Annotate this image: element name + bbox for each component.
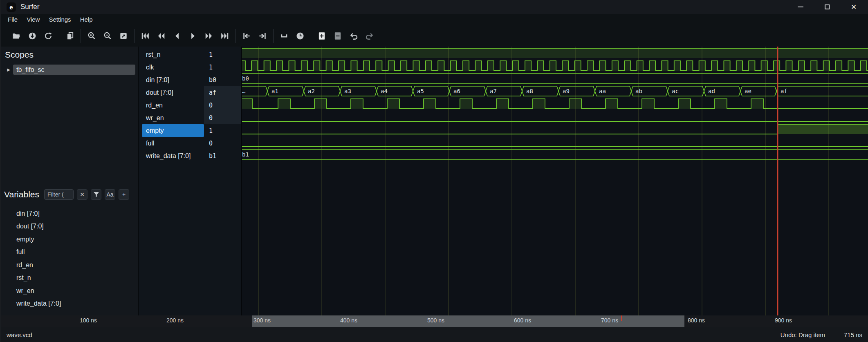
svg-text:a7: a7 [490,88,497,94]
variable-item-din[interactable]: din [7:0] [1,207,138,220]
expand-arrow-icon[interactable]: ▶ [4,67,13,72]
timeline-tick-label: 900 ns [775,317,792,324]
variable-item-write_data[interactable]: write_data [7:0] [1,297,138,311]
svg-text:af: af [781,88,787,94]
signal-value-dout: af [204,86,241,99]
viewport-indicator[interactable] [252,315,684,327]
signal-name-dout[interactable]: dout [7:0] [139,86,204,99]
zoom-in-icon[interactable] [87,31,96,41]
goto-start-icon[interactable] [242,31,251,41]
svg-text:a3: a3 [344,88,351,94]
signal-values-panel: 11b0af0010b1 [204,47,242,315]
waveform-view[interactable]: b0…a1a2a3a4a5a6a7a8a9aaabacadaeafb1 [242,47,868,315]
fast-forward-icon[interactable] [204,31,214,41]
variable-item-rst_n[interactable]: rst_n [1,272,138,285]
scope-label[interactable]: tb_fifo_sc [13,65,135,75]
close-button[interactable]: ✕ [850,3,857,11]
loaded-file-label: wave.vcd [7,331,32,338]
menu-file[interactable]: File [3,15,22,24]
skip-end-icon[interactable] [220,31,230,41]
close-icon: ✕ [851,4,857,11]
svg-text:ac: ac [672,88,679,94]
menu-help[interactable]: Help [76,15,97,24]
timeline-tick-label: 500 ns [427,317,444,324]
variable-item-wr_en[interactable]: wr_en [1,284,138,297]
zoom-fit-icon[interactable] [119,31,128,41]
signal-name-empty[interactable]: empty [142,124,204,137]
scope-item-tb_fifo_sc[interactable]: ▶tb_fifo_sc [4,65,135,75]
variable-item-empty[interactable]: empty [1,233,138,246]
add-variable-button[interactable]: + [119,189,129,200]
add-plus-icon[interactable] [317,31,327,41]
skip-start-icon[interactable] [140,31,150,41]
variable-item-rd_en[interactable]: rd_en [1,259,138,272]
add-timeline-icon[interactable] [295,31,305,41]
fast-backward-icon[interactable] [156,31,166,41]
window-title: Surfer [20,3,39,11]
menu-settings[interactable]: Settings [44,15,75,24]
filter-type-button[interactable] [91,189,101,200]
signal-value-wr_en: 0 [204,112,241,124]
timeline-overview[interactable]: 100 ns200 ns300 ns400 ns500 ns600 ns700 … [1,315,868,327]
signal-value-write_data: b1 [204,150,241,162]
signal-name-rst_n[interactable]: rst_n [139,48,204,61]
minimize-icon [798,7,803,7]
signal-name-rd_en[interactable]: rd_en [139,99,204,112]
open-folder-icon[interactable] [11,31,21,41]
add-divider-icon[interactable] [279,31,289,41]
svg-text:a6: a6 [453,88,460,94]
signal-name-write_data[interactable]: write_data [7:0] [139,150,204,162]
status-bar: wave.vcd Undo: Drag item 715 ns [1,327,868,342]
signal-value-empty: 1 [204,124,241,137]
redo-icon[interactable] [365,31,375,41]
signal-value-din: b0 [204,74,241,86]
menu-view[interactable]: View [22,15,44,24]
reload-icon[interactable] [43,31,53,41]
signal-name-full[interactable]: full [139,137,204,150]
svg-text:ae: ae [745,88,751,94]
signal-name-wr_en[interactable]: wr_en [139,112,204,124]
variables-title: Variables [4,190,39,199]
scopes-panel: Scopes ▶tb_fifo_sc [1,47,138,186]
funnel-icon [93,192,99,198]
toolbar [1,25,868,47]
step-forward-icon[interactable] [188,31,198,41]
sidebar: Scopes ▶tb_fifo_sc Variables Filter ( ✕A… [1,47,139,315]
signal-value-clk: 1 [204,61,241,74]
remove-minus-icon[interactable] [333,31,343,41]
title-bar: e Surfer ✕ [1,0,868,14]
svg-text:b0: b0 [242,75,249,82]
timeline-tick-label: 800 ns [688,317,705,324]
signal-name-din[interactable]: din [7:0] [139,74,204,86]
app-logo-icon: e [7,2,16,12]
download-icon[interactable] [27,31,37,41]
timeline-tick-label: 200 ns [166,317,184,324]
signal-name-clk[interactable]: clk [139,61,204,74]
variable-item-dout[interactable]: dout [7:0] [1,220,138,233]
variables-panel: Variables Filter ( ✕Aa+ din [7:0]dout [7… [1,186,138,315]
clear-filter-button[interactable]: ✕ [77,189,87,200]
menu-bar: FileViewSettingsHelp [1,14,868,25]
waveform-canvas[interactable]: b0…a1a2a3a4a5a6a7a8a9aaabacadaeafb1 [242,47,868,315]
maximize-button[interactable] [823,3,831,11]
svg-text:a2: a2 [308,88,315,94]
timeline-tick-label: 400 ns [340,317,357,324]
undo-status-label: Undo: Drag item [781,331,825,338]
minimize-button[interactable] [797,3,804,11]
copy-icon[interactable] [65,31,75,41]
undo-icon[interactable] [349,31,359,41]
zoom-out-icon[interactable] [103,31,112,41]
svg-text:a1: a1 [271,88,278,94]
step-backward-icon[interactable] [172,31,182,41]
variable-item-full[interactable]: full [1,246,138,259]
variable-filter-input[interactable]: Filter ( [44,189,74,200]
svg-text:ab: ab [635,88,642,94]
scopes-title: Scopes [1,47,138,64]
goto-end-icon[interactable] [258,31,267,41]
signal-value-full: 0 [204,137,241,150]
svg-text:a8: a8 [526,88,533,94]
svg-text:a9: a9 [563,88,570,94]
svg-text:ad: ad [708,88,715,94]
signal-value-rst_n: 1 [204,48,241,61]
case-sensitive-button[interactable]: Aa [105,189,115,200]
